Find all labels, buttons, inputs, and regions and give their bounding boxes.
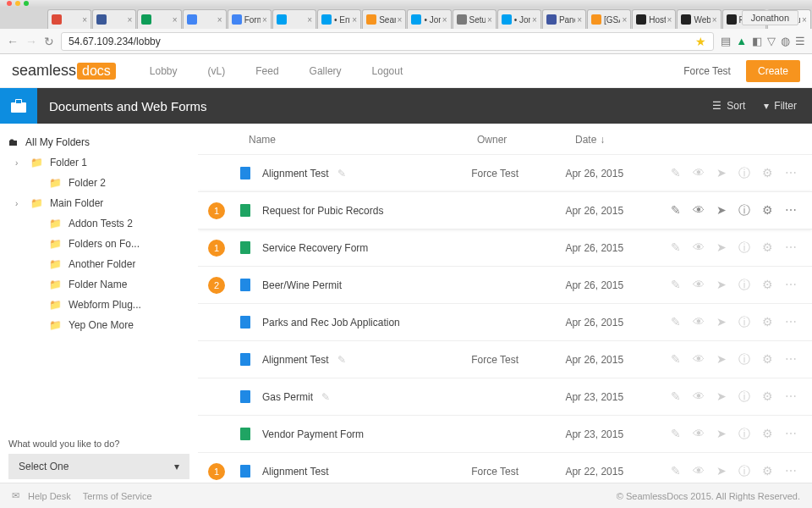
traffic-close[interactable] <box>7 1 12 6</box>
nav-vl[interactable]: (vL) <box>208 65 226 77</box>
browser-tab[interactable]: × <box>183 9 227 29</box>
gear-icon[interactable]: ⚙ <box>762 389 773 405</box>
browser-tab[interactable]: • Jona× <box>407 9 451 29</box>
chrome-menu-icon[interactable]: ☰ <box>795 35 805 47</box>
sort-button[interactable]: ☰Sort <box>712 100 745 112</box>
more-icon[interactable]: ⋯ <box>785 203 797 218</box>
send-icon[interactable]: ➤ <box>716 166 727 181</box>
tab-close-icon[interactable]: × <box>82 15 87 25</box>
table-row[interactable]: 1Request for Pubic RecordsApr 26, 2015✎👁… <box>198 191 812 229</box>
ext-shield-icon[interactable]: ◍ <box>781 35 790 47</box>
more-icon[interactable]: ⋯ <box>785 315 797 330</box>
view-icon[interactable]: 👁 <box>693 464 705 479</box>
back-icon[interactable]: ← <box>7 35 19 48</box>
info-icon[interactable]: ⓘ <box>738 427 750 442</box>
ext-devices-icon[interactable]: ◧ <box>752 35 762 47</box>
gear-icon[interactable]: ⚙ <box>762 352 773 367</box>
mail-icon[interactable]: ✉ <box>12 490 19 501</box>
tab-close-icon[interactable]: × <box>487 15 492 25</box>
tab-close-icon[interactable]: × <box>712 15 717 25</box>
view-icon[interactable]: 👁 <box>693 315 705 330</box>
edit-icon[interactable]: ✎ <box>337 354 346 366</box>
gear-icon[interactable]: ⚙ <box>762 240 773 256</box>
table-row[interactable]: 2Beer/Wine PermitApr 26, 2015✎👁➤ⓘ⚙⋯ <box>198 266 812 303</box>
edit-icon[interactable]: ✎ <box>671 240 681 256</box>
table-row[interactable]: Alignment Test✎Force TestApr 26, 2015✎👁➤… <box>198 340 812 378</box>
ext-pocket-icon[interactable]: ▽ <box>767 35 776 47</box>
tab-close-icon[interactable]: × <box>128 15 133 25</box>
info-icon[interactable]: ⓘ <box>738 203 750 218</box>
tab-close-icon[interactable]: × <box>173 15 178 25</box>
tab-close-icon[interactable]: × <box>262 15 267 25</box>
edit-icon[interactable]: ✎ <box>671 464 681 479</box>
send-icon[interactable]: ➤ <box>716 203 727 218</box>
tab-close-icon[interactable]: × <box>622 15 627 25</box>
ext-drive-icon[interactable]: ▲ <box>736 35 747 47</box>
more-icon[interactable]: ⋯ <box>785 389 797 405</box>
tab-close-icon[interactable]: × <box>667 15 672 25</box>
edit-icon[interactable]: ✎ <box>671 278 681 293</box>
more-icon[interactable]: ⋯ <box>785 278 797 293</box>
edit-icon[interactable]: ✎ <box>671 352 681 367</box>
more-icon[interactable]: ⋯ <box>785 240 797 256</box>
send-icon[interactable]: ➤ <box>716 464 727 479</box>
view-icon[interactable]: 👁 <box>693 203 705 218</box>
browser-tab[interactable]: Setup× <box>453 9 497 29</box>
gear-icon[interactable]: ⚙ <box>762 427 773 442</box>
gear-icon[interactable]: ⚙ <box>762 203 773 218</box>
col-owner[interactable]: Owner <box>477 134 575 146</box>
browser-tab[interactable]: Seaml× <box>362 9 406 29</box>
info-icon[interactable]: ⓘ <box>738 389 750 405</box>
send-icon[interactable]: ➤ <box>716 427 727 442</box>
terms-link[interactable]: Terms of Service <box>83 491 152 501</box>
info-icon[interactable]: ⓘ <box>738 315 750 330</box>
gear-icon[interactable]: ⚙ <box>762 166 773 181</box>
col-name[interactable]: Name <box>249 134 477 146</box>
url-input[interactable]: 54.67.109.234/lobby ★ <box>61 32 714 51</box>
tab-close-icon[interactable]: × <box>577 15 582 25</box>
col-date[interactable]: Date↓ <box>575 134 605 146</box>
gear-icon[interactable]: ⚙ <box>762 315 773 330</box>
tab-close-icon[interactable]: × <box>442 15 447 25</box>
nav-logout[interactable]: Logout <box>372 65 403 77</box>
traffic-min[interactable] <box>15 1 20 6</box>
sidebar-root[interactable]: 🖿 All My Folders <box>8 132 189 152</box>
info-icon[interactable]: ⓘ <box>738 278 750 293</box>
more-icon[interactable]: ⋯ <box>785 166 797 181</box>
nav-feed[interactable]: Feed <box>255 65 278 77</box>
sidebar-item[interactable]: 📁Addon Tests 2 <box>8 213 189 234</box>
edit-icon[interactable]: ✎ <box>321 391 330 403</box>
ext-buffer-icon[interactable]: ▤ <box>721 35 731 47</box>
more-icon[interactable]: ⋯ <box>785 352 797 367</box>
view-icon[interactable]: 👁 <box>693 427 705 442</box>
browser-tab[interactable]: Pando× <box>542 9 586 29</box>
nav-gallery[interactable]: Gallery <box>310 65 342 77</box>
logo[interactable]: seamlessdocs <box>12 62 116 80</box>
table-row[interactable]: Alignment Test✎Force TestApr 26, 2015✎👁➤… <box>198 154 812 191</box>
gear-icon[interactable]: ⚙ <box>762 278 773 293</box>
info-icon[interactable]: ⓘ <box>738 352 750 367</box>
more-icon[interactable]: ⋯ <box>785 427 797 442</box>
view-icon[interactable]: 👁 <box>693 166 705 181</box>
send-icon[interactable]: ➤ <box>716 315 727 330</box>
view-icon[interactable]: 👁 <box>693 240 705 256</box>
table-row[interactable]: Parks and Rec Job ApplicationApr 26, 201… <box>198 303 812 340</box>
edit-icon[interactable]: ✎ <box>671 166 681 181</box>
tab-close-icon[interactable]: × <box>352 15 357 25</box>
bookmark-star-icon[interactable]: ★ <box>695 35 706 48</box>
browser-tab[interactable]: FormC× <box>228 9 272 29</box>
edit-icon[interactable]: ✎ <box>337 168 346 179</box>
send-icon[interactable]: ➤ <box>716 352 727 367</box>
edit-icon[interactable]: ✎ <box>671 427 681 442</box>
sidebar-item[interactable]: 📁Yep One More <box>8 315 189 335</box>
browser-tab[interactable]: × <box>47 9 91 29</box>
edit-icon[interactable]: ✎ <box>671 203 681 218</box>
browser-tab[interactable]: Hostin× <box>632 9 676 29</box>
browser-tab[interactable]: [GSA F× <box>587 9 631 29</box>
sidebar-item[interactable]: 📁Webform Plug... <box>8 295 189 315</box>
view-icon[interactable]: 👁 <box>693 389 705 405</box>
tab-close-icon[interactable]: × <box>398 15 403 25</box>
reload-icon[interactable]: ↻ <box>44 35 54 48</box>
send-icon[interactable]: ➤ <box>716 278 727 293</box>
info-icon[interactable]: ⓘ <box>738 166 750 181</box>
